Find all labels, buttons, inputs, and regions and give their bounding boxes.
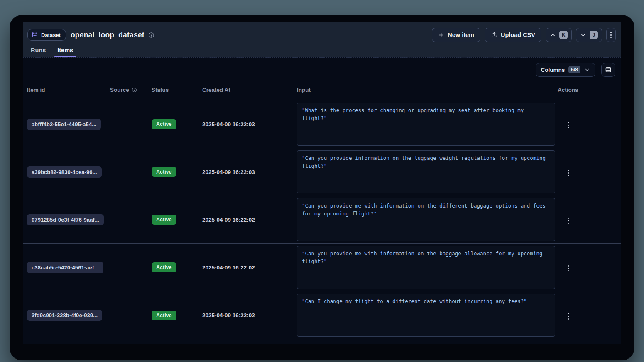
items-panel: Columns 6/8 Item id Source Status Create… [23,57,621,344]
item-id-pill[interactable]: 3fd9c901-328b-4f0e-939... [27,310,102,321]
columns-dropdown[interactable]: Columns 6/8 [536,63,595,77]
table-row[interactable]: a39bcb82-9830-4cea-96... Active 2025-04-… [23,148,621,196]
row-actions-menu-button[interactable] [565,215,571,227]
table-toolbar: Columns 6/8 [23,58,621,79]
chevron-down-icon [584,67,590,73]
table-row[interactable]: abfff4b2-55e1-4495-a54... Active 2025-04… [23,100,621,148]
page-title: openai_loop_dataset [71,31,144,39]
column-header-actions: Actions [558,87,621,93]
input-json-box[interactable]: "Can you provide information on the lugg… [297,150,555,193]
item-id-pill[interactable]: 0791285d-0e3f-4f76-9aaf... [27,214,104,225]
app-window: Dataset openai_loop_dataset New item Upl… [10,15,634,360]
dataset-tabs: Runs Items [27,47,616,57]
column-header-created-at: Created At [202,87,297,93]
column-header-item-id: Item id [27,87,110,93]
new-item-label: New item [448,32,474,38]
upload-csv-label: Upload CSV [501,32,535,38]
input-json-box[interactable]: "Can you provide me with information on … [297,198,555,241]
tab-items[interactable]: Items [57,47,73,57]
column-header-status: Status [152,87,202,93]
new-item-button[interactable]: New item [432,28,480,42]
table-row[interactable]: 0791285d-0e3f-4f76-9aaf... Active 2025-0… [23,196,621,244]
table-row[interactable]: c38cab5c-5420-4561-aef... Active 2025-04… [23,244,621,291]
created-at-cell: 2025-04-09 16:22:03 [202,169,297,175]
row-actions-menu-button[interactable] [565,120,571,131]
database-icon [32,32,38,38]
source-header-label: Source [110,87,129,93]
status-badge: Active [152,215,176,225]
app-header: Dataset openai_loop_dataset New item Upl… [23,22,621,57]
upload-csv-button[interactable]: Upload CSV [485,28,541,42]
column-header-source: Source [110,87,152,93]
plus-icon [438,32,444,38]
item-id-pill[interactable]: c38cab5c-5420-4561-aef... [27,262,103,273]
created-at-cell: 2025-04-09 16:22:03 [202,121,297,127]
upload-icon [491,32,497,38]
item-id-pill[interactable]: a39bcb82-9830-4cea-96... [27,166,102,178]
created-at-cell: 2025-04-09 16:22:02 [202,217,297,223]
table-rows-icon [605,66,612,73]
input-json-box[interactable]: "Can you provide me with information on … [297,246,555,289]
title-info-icon[interactable] [148,32,154,38]
table-row[interactable]: 3fd9c901-328b-4f0e-939... Active 2025-04… [23,291,621,339]
status-badge: Active [152,119,176,129]
dataset-badge-label: Dataset [41,32,61,38]
item-id-pill[interactable]: abfff4b2-55e1-4495-a54... [27,119,101,130]
dataset-app: Dataset openai_loop_dataset New item Upl… [23,22,621,344]
row-actions-menu-button[interactable] [565,263,571,274]
table-header-row: Item id Source Status Created At Input A… [23,79,621,100]
columns-count-badge: 6/8 [568,66,580,73]
info-icon[interactable] [132,87,137,93]
created-at-cell: 2025-04-09 16:22:02 [202,264,297,271]
prev-item-button[interactable]: K [546,28,572,42]
row-actions-menu-button[interactable] [565,167,571,179]
header-top-row: Dataset openai_loop_dataset New item Upl… [27,27,616,43]
status-badge: Active [152,311,176,320]
columns-label: Columns [541,67,565,73]
status-badge: Active [152,262,176,272]
chevron-up-icon [550,32,556,38]
chevron-down-icon [580,32,586,38]
input-json-box[interactable]: "What is the process for changing or upg… [297,103,555,146]
row-actions-menu-button[interactable] [565,311,571,322]
row-height-button[interactable] [601,63,615,77]
input-json-box[interactable]: "Can I change my flight to a different d… [297,294,555,337]
tab-runs[interactable]: Runs [31,47,46,57]
keycap-j: J [590,31,598,39]
column-header-input: Input [297,87,558,93]
status-badge: Active [152,167,176,177]
created-at-cell: 2025-04-09 16:22:02 [202,312,297,318]
keycap-k: K [559,31,568,39]
header-overflow-menu-button[interactable] [606,28,616,42]
dataset-type-badge: Dataset [27,29,66,41]
kebab-icon [610,32,612,38]
next-item-button[interactable]: J [576,28,602,42]
